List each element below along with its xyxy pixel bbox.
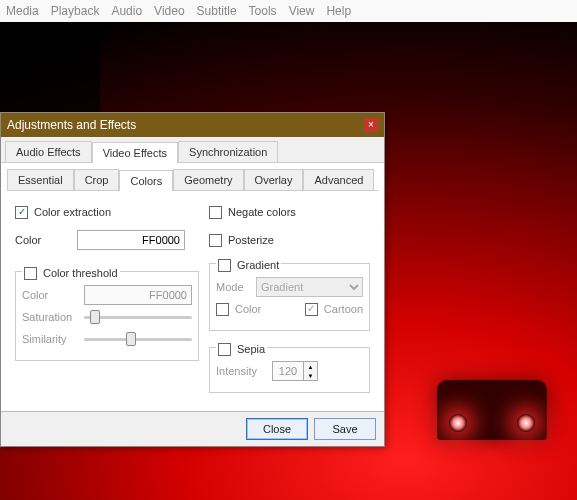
negate-checkbox[interactable] [209, 206, 222, 219]
sepia-label: Sepia [237, 343, 265, 355]
saturation-slider[interactable] [84, 308, 192, 326]
colors-panel: ✓ Color extraction Color Color threshold [7, 191, 378, 411]
car [437, 380, 547, 440]
threshold-color-input[interactable] [84, 285, 192, 305]
menu-help[interactable]: Help [326, 4, 351, 18]
titlebar[interactable]: Adjustments and Effects × [1, 113, 384, 137]
menubar: Media Playback Audio Video Subtitle Tool… [0, 0, 577, 22]
saturation-label: Saturation [22, 311, 78, 323]
posterize-label: Posterize [228, 234, 274, 246]
tabs-sub: Essential Crop Colors Geometry Overlay A… [7, 169, 378, 191]
tab-overlay[interactable]: Overlay [244, 169, 304, 190]
negate-label: Negate colors [228, 206, 296, 218]
menu-audio[interactable]: Audio [111, 4, 142, 18]
gradient-checkbox[interactable] [218, 259, 231, 272]
color-threshold-label: Color threshold [43, 267, 118, 279]
intensity-input[interactable] [273, 362, 303, 380]
sepia-checkbox[interactable] [218, 343, 231, 356]
close-dialog-button[interactable]: Close [246, 418, 308, 440]
tab-colors[interactable]: Colors [119, 170, 173, 191]
save-button[interactable]: Save [314, 418, 376, 440]
video-area: Adjustments and Effects × Audio Effects … [0, 22, 577, 500]
menu-playback[interactable]: Playback [51, 4, 100, 18]
tab-synchronization[interactable]: Synchronization [178, 141, 278, 162]
similarity-slider[interactable] [84, 330, 192, 348]
menu-subtitle[interactable]: Subtitle [197, 4, 237, 18]
intensity-label: Intensity [216, 365, 266, 377]
sepia-group: Sepia Intensity ▲▼ [209, 347, 370, 393]
threshold-color-label: Color [22, 289, 78, 301]
tab-essential[interactable]: Essential [7, 169, 74, 190]
gradient-mode-label: Mode [216, 281, 250, 293]
color-threshold-group: Color threshold Color Saturation [15, 271, 199, 361]
color-extraction-label: Color extraction [34, 206, 111, 218]
tab-geometry[interactable]: Geometry [173, 169, 243, 190]
gradient-cartoon-label: Cartoon [324, 303, 363, 315]
menu-view[interactable]: View [289, 4, 315, 18]
tab-audio-effects[interactable]: Audio Effects [5, 141, 92, 162]
color-extraction-checkbox[interactable]: ✓ [15, 206, 28, 219]
gradient-mode-select[interactable]: Gradient [256, 277, 363, 297]
menu-tools[interactable]: Tools [249, 4, 277, 18]
posterize-checkbox[interactable] [209, 234, 222, 247]
tabs-main: Audio Effects Video Effects Synchronizat… [1, 137, 384, 163]
spinner-up-icon[interactable]: ▲ [303, 362, 317, 371]
gradient-group: Gradient Mode Gradient Color ✓ [209, 263, 370, 331]
right-column: Negate colors Posterize Gradient Mode [209, 201, 370, 393]
menu-video[interactable]: Video [154, 4, 184, 18]
video-effects-panel: Essential Crop Colors Geometry Overlay A… [1, 163, 384, 411]
effects-dialog: Adjustments and Effects × Audio Effects … [0, 112, 385, 447]
tab-advanced[interactable]: Advanced [303, 169, 374, 190]
dialog-title: Adjustments and Effects [7, 118, 136, 132]
menu-media[interactable]: Media [6, 4, 39, 18]
tab-crop[interactable]: Crop [74, 169, 120, 190]
color-label: Color [15, 234, 71, 246]
headlight-icon [517, 414, 535, 432]
dialog-footer: Close Save [1, 411, 384, 446]
left-column: ✓ Color extraction Color Color threshold [15, 201, 199, 393]
intensity-spinner[interactable]: ▲▼ [272, 361, 318, 381]
close-button[interactable]: × [364, 118, 378, 132]
headlight-icon [449, 414, 467, 432]
gradient-color-label: Color [235, 303, 299, 315]
color-threshold-checkbox[interactable] [24, 267, 37, 280]
tab-video-effects[interactable]: Video Effects [92, 142, 178, 163]
gradient-label: Gradient [237, 259, 279, 271]
color-extraction-input[interactable] [77, 230, 185, 250]
gradient-cartoon-checkbox[interactable]: ✓ [305, 303, 318, 316]
gradient-color-checkbox[interactable] [216, 303, 229, 316]
similarity-label: Similarity [22, 333, 78, 345]
spinner-down-icon[interactable]: ▼ [303, 371, 317, 380]
